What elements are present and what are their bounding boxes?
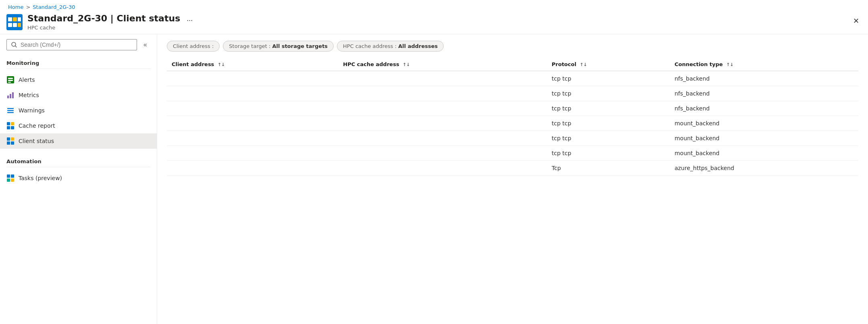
filter-chip-storage-target-value: All storage targets (272, 43, 328, 49)
cell-connection_type-1: nfs_backend (670, 86, 858, 101)
main-layout: « Monitoring Alerts (0, 34, 868, 324)
table-row: tcp tcpmount_backend (167, 116, 858, 131)
col-header-protocol[interactable]: Protocol ↑↓ (547, 58, 670, 71)
sidebar-item-cache-report[interactable]: Cache report (0, 118, 157, 133)
table-row: tcp tcpnfs_backend (167, 71, 858, 86)
cell-protocol-4: tcp tcp (547, 131, 670, 146)
svg-rect-16 (7, 108, 14, 109)
svg-rect-14 (10, 94, 11, 98)
table-row: tcp tcpnfs_backend (167, 101, 858, 116)
cell-hpc_cache_address-6 (338, 161, 547, 176)
cell-client_address-0 (167, 71, 338, 86)
svg-rect-26 (11, 141, 14, 145)
cell-connection_type-5: mount_backend (670, 146, 858, 161)
sidebar-item-metrics[interactable]: Metrics (0, 87, 157, 103)
cell-connection_type-0: nfs_backend (670, 71, 858, 86)
filter-chip-hpc-cache-address[interactable]: HPC cache address : All addresses (337, 41, 444, 52)
cell-protocol-0: tcp tcp (547, 71, 670, 86)
svg-rect-1 (8, 17, 12, 21)
sidebar-item-client-status-label: Client status (19, 138, 54, 144)
svg-rect-28 (11, 174, 14, 178)
table-row: tcp tcpmount_backend (167, 131, 858, 146)
cell-protocol-2: tcp tcp (547, 101, 670, 116)
svg-rect-20 (11, 122, 14, 125)
filter-chip-storage-target-label: Storage target : (229, 43, 270, 49)
table-header-row: Client address ↑↓ HPC cache address ↑↓ P… (167, 58, 858, 71)
svg-line-8 (15, 46, 17, 48)
table-body: tcp tcpnfs_backendtcp tcpnfs_backendtcp … (167, 71, 858, 176)
col-header-hpc-label: HPC cache address (343, 61, 399, 67)
title-bar: Standard_2G-30 | Client status ... HPC c… (0, 12, 868, 34)
cell-hpc_cache_address-2 (338, 101, 547, 116)
svg-rect-11 (8, 80, 13, 81)
svg-rect-30 (11, 179, 14, 182)
breadcrumb: Home > Standard_2G-30 (0, 0, 868, 12)
search-input-wrapper[interactable] (6, 39, 137, 50)
metrics-icon (6, 91, 15, 99)
svg-rect-22 (11, 126, 14, 129)
tasks-icon (6, 174, 15, 182)
cell-client_address-2 (167, 101, 338, 116)
svg-rect-24 (11, 137, 14, 141)
col-header-hpc-cache-address[interactable]: HPC cache address ↑↓ (338, 58, 547, 71)
svg-rect-0 (6, 14, 23, 30)
svg-rect-15 (12, 92, 14, 98)
sidebar-item-alerts[interactable]: Alerts (0, 72, 157, 87)
cell-protocol-5: tcp tcp (547, 146, 670, 161)
cell-protocol-1: tcp tcp (547, 86, 670, 101)
breadcrumb-separator: > (26, 4, 30, 10)
cell-client_address-1 (167, 86, 338, 101)
svg-rect-29 (7, 179, 10, 182)
more-options-button[interactable]: ... (184, 14, 195, 23)
table-row: tcp tcpnfs_backend (167, 86, 858, 101)
sidebar-item-tasks-preview[interactable]: Tasks (preview) (0, 170, 157, 186)
section-label-automation: Automation (0, 154, 157, 167)
svg-rect-25 (7, 141, 10, 145)
client-status-icon (6, 137, 15, 145)
cell-client_address-5 (167, 146, 338, 161)
cell-protocol-3: tcp tcp (547, 116, 670, 131)
col-header-client-address[interactable]: Client address ↑↓ (167, 58, 338, 71)
sidebar-item-warnings[interactable]: Warnings (0, 103, 157, 118)
hpc-logo-icon (6, 14, 23, 30)
breadcrumb-home[interactable]: Home (8, 4, 23, 10)
filter-chip-client-address[interactable]: Client address : (167, 41, 220, 52)
sidebar-item-alerts-label: Alerts (19, 77, 35, 83)
cell-connection_type-6: azure_https_backend (670, 161, 858, 176)
svg-rect-5 (13, 23, 17, 27)
close-button[interactable]: ✕ (851, 15, 862, 27)
sidebar-item-client-status[interactable]: Client status (0, 133, 157, 149)
collapse-sidebar-button[interactable]: « (140, 39, 150, 50)
col-header-protocol-label: Protocol (552, 61, 576, 67)
cell-hpc_cache_address-3 (338, 116, 547, 131)
col-header-client-address-label: Client address (172, 61, 214, 67)
cell-hpc_cache_address-5 (338, 146, 547, 161)
page-title: Standard_2G-30 | Client status ... (27, 13, 195, 24)
svg-rect-3 (18, 17, 21, 21)
alerts-icon (6, 76, 15, 84)
col-sort-client-address: ↑↓ (218, 62, 225, 67)
search-input[interactable] (21, 42, 133, 48)
filter-chip-storage-target[interactable]: Storage target : All storage targets (223, 41, 334, 52)
filter-chip-client-address-label: Client address : (173, 43, 214, 49)
filter-bar: Client address : Storage target : All st… (167, 41, 858, 52)
content-area: Client address : Storage target : All st… (157, 34, 868, 324)
svg-rect-10 (8, 78, 13, 79)
sidebar-item-tasks-label: Tasks (preview) (19, 175, 62, 181)
filter-chip-hpc-cache-value: All addresses (398, 43, 438, 49)
breadcrumb-current[interactable]: Standard_2G-30 (33, 4, 75, 10)
table-row: Tcpazure_https_backend (167, 161, 858, 176)
table-row: tcp tcpmount_backend (167, 146, 858, 161)
cell-connection_type-2: nfs_backend (670, 101, 858, 116)
svg-rect-17 (7, 110, 14, 111)
page-subtitle: HPC cache (27, 25, 195, 31)
col-header-connection-type[interactable]: Connection type ↑↓ (670, 58, 858, 71)
section-label-monitoring: Monitoring (0, 55, 157, 69)
filter-chip-hpc-cache-label: HPC cache address : (343, 43, 397, 49)
sidebar-item-metrics-label: Metrics (19, 92, 39, 98)
section-divider-monitoring (6, 69, 150, 69)
cell-hpc_cache_address-1 (338, 86, 547, 101)
svg-rect-19 (7, 122, 10, 125)
col-sort-hpc-cache-address: ↑↓ (403, 62, 410, 67)
cell-hpc_cache_address-0 (338, 71, 547, 86)
